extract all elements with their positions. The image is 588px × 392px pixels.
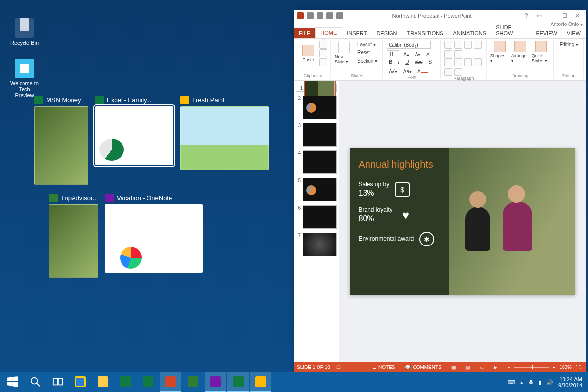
volume-icon[interactable]: 🔊	[546, 379, 553, 386]
cut-button[interactable]	[319, 41, 327, 49]
section-button[interactable]: Section ▾	[355, 57, 379, 65]
layout-button[interactable]: Layout ▾	[355, 41, 379, 48]
normal-view-button[interactable]: ▦	[449, 365, 458, 370]
text-direction-button[interactable]	[454, 50, 462, 58]
tab-review[interactable]: REVIEW	[531, 28, 562, 38]
italic-button[interactable]: I	[396, 58, 401, 66]
new-slide-button[interactable]: New Slide ▾	[335, 42, 353, 64]
stat-sales[interactable]: Sales up by13% $	[359, 181, 440, 198]
task-view-button[interactable]	[47, 372, 69, 392]
taskbar-file-explorer[interactable]	[92, 372, 114, 392]
taskbar-msn-money[interactable]	[137, 372, 159, 392]
help-button[interactable]: ?	[521, 12, 532, 19]
thumb-1[interactable]: 1	[296, 84, 337, 92]
tab-animations[interactable]: ANIMATIONS	[448, 28, 491, 38]
qat-present[interactable]	[336, 12, 343, 19]
qat-redo[interactable]	[326, 12, 333, 19]
taskbar-store[interactable]	[115, 372, 136, 392]
spellcheck-icon[interactable]: ☐	[336, 365, 341, 370]
taskbar-ie[interactable]	[70, 372, 91, 392]
comments-button[interactable]: 💬 COMMENTS	[403, 365, 443, 370]
search-button[interactable]	[24, 372, 46, 392]
welcome-tech-preview[interactable]: Welcome to Tech Preview	[10, 59, 39, 98]
stat-env[interactable]: Environmental award ✱	[359, 232, 440, 246]
shrink-font-button[interactable]: A▾	[413, 51, 423, 58]
indent-dec-button[interactable]	[464, 41, 472, 49]
fit-window-button[interactable]: ⛶	[574, 365, 583, 370]
align-center-button[interactable]	[454, 58, 462, 66]
zoom-slider[interactable]	[514, 367, 549, 368]
line-spacing-button[interactable]	[444, 50, 452, 58]
tab-file[interactable]: FILE	[294, 28, 315, 38]
reset-button[interactable]: Reset	[355, 49, 379, 56]
smartart-button[interactable]	[454, 68, 462, 76]
notes-button[interactable]: ≣ NOTES	[370, 365, 397, 370]
taskbar-tripadvisor[interactable]	[182, 372, 204, 392]
strike-button[interactable]: abc	[413, 58, 424, 66]
tab-design[interactable]: DESIGN	[371, 28, 402, 38]
editing-button[interactable]: Editing ▾	[558, 41, 580, 48]
qat-undo[interactable]	[317, 12, 323, 19]
close-button[interactable]: ✕	[572, 12, 583, 19]
tab-view[interactable]: VIEW	[562, 28, 586, 38]
tab-home[interactable]: HOME	[315, 27, 342, 38]
start-button[interactable]	[2, 372, 24, 392]
thumb-4[interactable]: 4	[296, 150, 337, 174]
indent-inc-button[interactable]	[474, 41, 482, 49]
slide-counter[interactable]: SLIDE 1 OF 10	[297, 365, 330, 370]
shapes-button[interactable]: Shapes ▾	[490, 41, 509, 63]
ribbon-display-button[interactable]: ▭	[534, 12, 544, 19]
zoom-out-button[interactable]: −	[506, 365, 513, 370]
underline-button[interactable]: U	[403, 58, 411, 66]
change-case-button[interactable]: Aa▾	[401, 68, 414, 75]
taskbar-excel[interactable]	[227, 372, 249, 392]
taskview-fresh-paint[interactable]: Fresh Paint	[180, 96, 269, 185]
slide-thumbnails[interactable]: 1 2 3 4 5 6 7	[294, 81, 339, 362]
thumb-6[interactable]: 6	[296, 205, 337, 229]
slideshow-view-button[interactable]: ▶	[492, 365, 500, 370]
taskbar-powerpoint[interactable]	[160, 372, 181, 392]
reading-view-button[interactable]: ▭	[478, 365, 486, 370]
char-spacing-button[interactable]: AV▾	[387, 68, 399, 75]
titlebar[interactable]: Northwind Proposal - PowerPoint ? ▭ — ☐ …	[294, 10, 586, 22]
copy-button[interactable]	[319, 49, 327, 57]
zoom-in-button[interactable]: +	[551, 365, 558, 370]
thumb-3[interactable]: 3	[296, 123, 337, 147]
slide-title[interactable]: Annual highlights	[359, 159, 440, 170]
format-painter-button[interactable]	[319, 58, 327, 66]
clear-format-button[interactable]: A̸	[424, 51, 432, 58]
shadow-button[interactable]: S	[427, 58, 434, 66]
slide[interactable]: Annual highlights Sales up by13% $ Brand…	[350, 148, 575, 295]
slide-canvas[interactable]: Annual highlights Sales up by13% $ Brand…	[339, 81, 586, 362]
recycle-bin[interactable]: Recycle Bin	[10, 15, 39, 46]
taskview-excel-family[interactable]: Excel - Family...	[95, 96, 173, 185]
touch-keyboard-icon[interactable]: ⌨	[508, 379, 515, 386]
grow-font-button[interactable]: A▴	[401, 51, 411, 58]
paste-button[interactable]: Paste	[299, 45, 318, 62]
taskbar-fresh-paint[interactable]	[250, 372, 271, 392]
network-icon[interactable]: 🖧	[528, 379, 534, 385]
account-name[interactable]: Antonio Onio ▾	[294, 22, 586, 27]
arrange-button[interactable]: Arrange ▾	[511, 41, 530, 63]
battery-icon[interactable]: ▮	[539, 379, 541, 386]
justify-button[interactable]	[474, 58, 482, 66]
numbering-button[interactable]	[454, 41, 462, 49]
quick-styles-button[interactable]: Quick Styles ▾	[532, 41, 550, 63]
zoom-level[interactable]: 100%	[559, 365, 572, 370]
tab-slideshow[interactable]: SLIDE SHOW	[491, 23, 531, 38]
qat-save[interactable]	[307, 12, 314, 19]
tab-insert[interactable]: INSERT	[342, 28, 371, 38]
taskview-tripadvisor[interactable]: TripAdvisor...	[49, 194, 98, 278]
thumb-2[interactable]: 2	[296, 96, 337, 119]
columns-button[interactable]	[444, 68, 452, 76]
align-left-button[interactable]	[444, 58, 452, 66]
font-color-button[interactable]: A	[416, 68, 430, 75]
align-right-button[interactable]	[464, 58, 472, 66]
bullets-button[interactable]	[444, 41, 452, 49]
clock[interactable]: 10:24 AM 9/30/2014	[558, 376, 582, 388]
thumb-7[interactable]: 7	[296, 233, 337, 256]
tab-transitions[interactable]: TRANSITIONS	[402, 28, 448, 38]
bold-button[interactable]: B	[387, 58, 394, 66]
taskbar-onenote[interactable]	[205, 372, 226, 392]
tray-overflow-icon[interactable]: ▴	[520, 379, 523, 386]
